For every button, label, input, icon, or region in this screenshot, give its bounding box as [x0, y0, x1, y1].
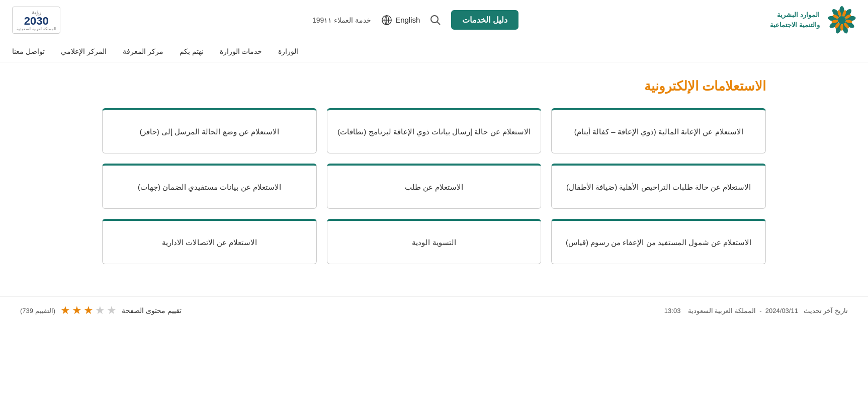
language-switch[interactable]: English [381, 15, 420, 26]
page-title: الاستعلامات الإلكترونية [102, 78, 766, 94]
search-toggle[interactable] [430, 15, 441, 26]
star-5[interactable]: ★ [107, 304, 117, 317]
footer-left: تاريخ آخر تحديث 2024/03/11 - المملكة الع… [664, 307, 848, 315]
nav-item-ministry[interactable]: الوزارة [278, 47, 298, 55]
card-2[interactable]: الاستعلام عن وضع الحالة المرسل إلى (حافز… [102, 108, 317, 153]
rating-count: (التقييم 739) [20, 307, 55, 315]
site-header: الموارد البشرية والتنمية الاجتماعية دليل… [0, 0, 868, 40]
site-footer: تاريخ آخر تحديث 2024/03/11 - المملكة الع… [0, 296, 868, 324]
ministry-logo-icon [828, 6, 856, 34]
card-4[interactable]: الاستعلام عن طلب [327, 164, 542, 209]
star-3[interactable]: ★ [83, 304, 94, 317]
nav-item-media[interactable]: المركز الإعلامي [61, 47, 107, 55]
nav-item-knowledge[interactable]: مركز المعرفة [123, 47, 163, 55]
cards-grid: الاستعلام عن الإعانة المالية (ذوي الإعاق… [102, 108, 766, 264]
globe-icon [381, 15, 392, 26]
main-nav: الوزارة خدمات الوزارة نهتم بكم مركز المع… [0, 40, 868, 62]
vision-country: المملكة العربية السعودية [17, 27, 56, 31]
search-icon [430, 15, 441, 26]
card-6[interactable]: الاستعلام عن شمول المستفيد من الإعفاء من… [551, 219, 766, 264]
vision-badge-area: رؤية 2030 المملكة العربية السعودية [12, 7, 60, 34]
star-2[interactable]: ★ [72, 304, 82, 317]
card-1[interactable]: الاستعلام عن حالة إرسال بيانات ذوي الإعا… [327, 108, 542, 153]
vision-year: 2030 [24, 16, 49, 27]
svg-line-20 [437, 22, 440, 25]
main-content: الاستعلامات الإلكترونية الاستعلام عن الإ… [82, 62, 786, 276]
svg-point-18 [838, 16, 846, 24]
footer-country: المملكة العربية السعودية [688, 307, 756, 315]
rating-stars[interactable]: ★ ★ ★ ★ ★ [60, 304, 117, 317]
last-update-date: 2024/03/11 [765, 307, 798, 315]
svg-point-19 [431, 16, 438, 23]
customer-service-number: خدمة العملاء 199١١ [312, 16, 371, 24]
svg-point-13 [840, 24, 843, 31]
header-right: الموارد البشرية والتنمية الاجتماعية [770, 6, 856, 34]
header-center: دليل الخدمات English خدمة العملاء 199١١ [312, 10, 518, 30]
nav-item-contact[interactable]: تواصل معنا [12, 47, 45, 55]
rating-label: تقييم محتوى الصفحة [122, 306, 182, 315]
star-1[interactable]: ★ [60, 304, 70, 317]
english-label: English [395, 16, 420, 24]
vision-2030-badge: رؤية 2030 المملكة العربية السعودية [12, 7, 60, 34]
nav-item-care[interactable]: نهتم بكم [180, 47, 204, 55]
last-update-time: 13:03 [664, 307, 681, 315]
card-3[interactable]: الاستعلام عن حالة طلبات التراخيص الأهلية… [551, 164, 766, 209]
card-8[interactable]: الاستعلام عن الاتصالات الادارية [102, 219, 317, 264]
star-4[interactable]: ★ [95, 304, 105, 317]
guide-button[interactable]: دليل الخدمات [451, 10, 518, 30]
last-update-label: تاريخ آخر تحديث [804, 307, 848, 315]
nav-item-services[interactable]: خدمات الوزارة [220, 47, 263, 55]
card-7[interactable]: التسوية الودية [327, 219, 542, 264]
card-0[interactable]: الاستعلام عن الإعانة المالية (ذوي الإعاق… [551, 108, 766, 153]
footer-rating-area: تقييم محتوى الصفحة ★ ★ ★ ★ ★ (التقييم 73… [20, 304, 182, 317]
ministry-name: الموارد البشرية والتنمية الاجتماعية [770, 10, 820, 30]
card-5[interactable]: الاستعلام عن بيانات مستفيدي الضمان (جهات… [102, 164, 317, 209]
